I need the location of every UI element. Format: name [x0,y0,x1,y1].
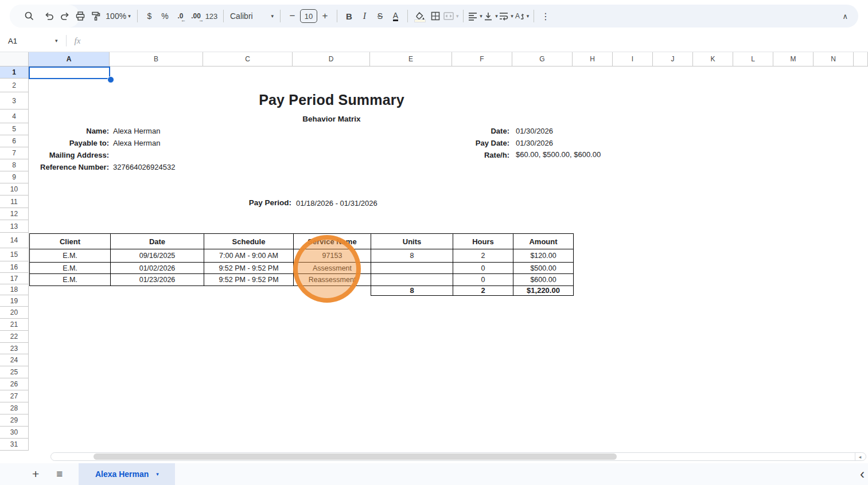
paint-format-icon[interactable] [88,8,103,24]
chevron-down-icon: ▾ [271,13,274,19]
row-header-23[interactable]: 23 [0,343,29,354]
row-header-21[interactable]: 21 [0,319,29,331]
row-header-6[interactable]: 6 [0,135,29,147]
borders-button[interactable] [427,8,443,24]
row-header-16[interactable]: 16 [0,261,29,273]
text-rotation-button[interactable]: A ▾ [514,8,530,24]
row-header-30[interactable]: 30 [0,427,29,439]
column-header-D[interactable]: D [293,52,370,67]
document-subtitle: Behavior Matrix [102,115,561,123]
undo-icon[interactable] [41,8,57,24]
table-cell: $600.00 [513,274,574,286]
decrease-font-size-button[interactable]: − [285,8,300,24]
sheet-tab-bar: + ≡ Alexa Herman ▾ [0,463,868,485]
column-header-M[interactable]: M [773,52,813,67]
column-header-I[interactable]: I [613,52,653,67]
increase-font-size-button[interactable]: + [317,8,333,24]
column-header-L[interactable]: L [733,52,773,67]
row-header-19[interactable]: 19 [0,295,29,307]
row-header-5[interactable]: 5 [0,123,29,135]
column-header-K[interactable]: K [693,52,733,67]
number-format-button[interactable]: 123 [204,8,219,24]
scroll-left-arrow[interactable]: ◂ [855,453,865,460]
bold-button[interactable]: B [341,8,357,24]
row-header-31[interactable]: 31 [0,439,29,451]
strikethrough-button[interactable]: S [372,8,388,24]
column-header-J[interactable]: J [653,52,693,67]
row-header-1[interactable]: 1 [0,67,29,79]
row-header-11[interactable]: 11 [0,195,29,208]
text-color-button[interactable]: A [388,8,403,24]
column-header-E[interactable]: E [370,52,452,67]
column-header-C[interactable]: C [203,52,293,67]
add-sheet-button[interactable]: + [32,468,39,480]
print-icon[interactable] [72,8,88,24]
row-header-18[interactable]: 18 [0,284,29,295]
show-side-panel-button[interactable]: ‹ [860,466,865,483]
column-header-H[interactable]: H [573,52,613,67]
formula-bar: A1 ▾ fx [0,30,868,52]
row-header-29[interactable]: 29 [0,414,29,427]
text-wrap-button[interactable]: ▾ [499,8,514,24]
sheet-tab-alexa-herman[interactable]: Alexa Herman ▾ [79,463,175,485]
table-header-hours: Hours [453,234,513,249]
row-header-7[interactable]: 7 [0,147,29,159]
column-header-B[interactable]: B [110,52,203,67]
row-header-27[interactable]: 27 [0,390,29,402]
row-header-12[interactable]: 12 [0,208,29,220]
chevron-down-icon: ▾ [495,13,498,19]
row-header-13[interactable]: 13 [0,220,29,233]
row-header-10[interactable]: 10 [0,183,29,195]
totals-amount: $1,220.00 [513,285,574,296]
column-header-partial[interactable] [854,52,868,67]
row-header-24[interactable]: 24 [0,354,29,366]
redo-icon[interactable] [57,8,72,24]
name-box[interactable]: A1 [0,37,55,45]
row-header-26[interactable]: 26 [0,378,29,390]
row-header-15[interactable]: 15 [0,248,29,261]
row-header-4[interactable]: 4 [0,109,29,123]
vertical-align-button[interactable]: ▾ [483,8,499,24]
more-options-button[interactable]: ⋮ [538,8,554,24]
merge-cells-button: ▾ [443,8,459,24]
row-header-17[interactable]: 17 [0,273,29,284]
payable-to-label: Payable to: [29,139,109,149]
row-header-2[interactable]: 2 [0,79,29,92]
row-header-25[interactable]: 25 [0,366,29,378]
totals-row: 82$1,220.00 [371,285,574,296]
fill-color-button[interactable] [412,8,427,24]
row-header-28[interactable]: 28 [0,402,29,414]
chevron-down-icon[interactable]: ▾ [156,471,159,477]
all-sheets-button[interactable]: ≡ [56,468,63,480]
row-header-20[interactable]: 20 [0,307,29,319]
format-currency-button[interactable]: $ [142,8,157,24]
sheet-canvas[interactable]: Pay Period Summary Behavior Matrix Name:… [29,67,868,451]
zoom-select[interactable]: 100% ▾ [103,8,133,24]
horizontal-scrollbar[interactable]: ◂ [50,452,866,461]
search-icon[interactable] [21,8,37,24]
column-header-N[interactable]: N [813,52,854,67]
italic-button[interactable]: I [357,8,372,24]
row-header-3[interactable]: 3 [0,92,29,109]
hide-menus-button[interactable]: ∧ [842,12,848,21]
row-header-9[interactable]: 9 [0,171,29,183]
select-all-corner[interactable] [0,52,29,67]
font-size-input[interactable]: 10 [300,9,317,23]
table-cell: 7:00 AM - 9:00 AM [204,249,294,263]
table-cell: 2 [453,249,513,263]
chevron-down-icon[interactable]: ▾ [55,38,58,44]
fill-handle[interactable] [107,76,114,83]
date-value: 01/30/2026 [516,127,553,137]
decrease-decimals-button[interactable]: .0 ← [173,8,188,24]
scrollbar-thumb[interactable] [94,453,617,460]
horizontal-align-button[interactable]: ▾ [468,8,483,24]
column-header-G[interactable]: G [512,52,573,67]
row-header-8[interactable]: 8 [0,159,29,171]
row-header-14[interactable]: 14 [0,233,29,248]
column-header-F[interactable]: F [452,52,512,67]
column-header-A[interactable]: A [29,52,110,67]
font-select[interactable]: Calibri ▾ [228,8,276,24]
format-percent-button[interactable]: % [157,8,173,24]
increase-decimals-button[interactable]: .00 → [188,8,204,24]
row-header-22[interactable]: 22 [0,331,29,343]
